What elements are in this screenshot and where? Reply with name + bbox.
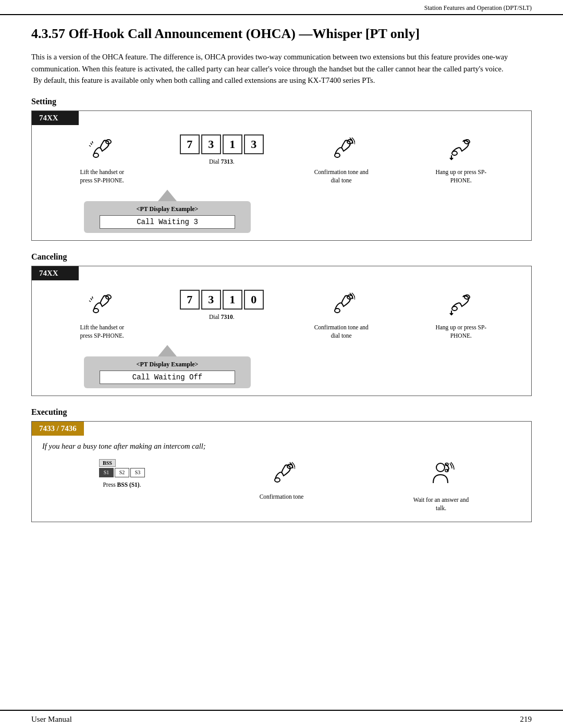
- svg-line-14: [89, 301, 91, 302]
- dial-key-3: 3: [201, 134, 221, 154]
- setting-header: 74XX: [32, 111, 79, 125]
- setting-steps: Lift the handset or press SP-PHONE. 7 3 …: [32, 125, 531, 190]
- bss-sub-buttons: S1 S2 S3: [99, 468, 145, 477]
- cancel-dial-3: 3: [201, 290, 221, 310]
- section-number: 4.3.57: [31, 26, 65, 41]
- canceling-pt-arrow: [158, 345, 177, 356]
- setting-pt-arrow: [158, 190, 177, 201]
- setting-step-4: Hang up or press SP-PHONE.: [401, 134, 521, 184]
- section-title: 4.3.57 Off-Hook Call Announcement (OHCA)…: [31, 26, 532, 42]
- setting-step-2: 7 3 1 3 Dial 7313.: [162, 134, 282, 166]
- canceling-pt-display: <PT Display Example> Call Waiting Off: [32, 345, 531, 396]
- canceling-pt-screen: Call Waiting Off: [100, 371, 235, 384]
- cancel-dial-1: 1: [223, 290, 242, 310]
- executing-steps: BSS S1 S2 S3 Press BSS (S1).: [32, 455, 531, 522]
- svg-point-22: [436, 463, 445, 472]
- hangup-icon-cancel: [447, 290, 474, 320]
- dial-key-3b: 3: [244, 134, 264, 154]
- page-container: Station Features and Operation (DPT/SLT)…: [0, 0, 563, 728]
- setting-pt-label: <PT Display Example>: [100, 205, 235, 213]
- canceling-dial-keys: 7 3 1 0: [180, 290, 264, 310]
- handset-lift-icon-cancel: [89, 290, 116, 320]
- setting-pt-display: <PT Display Example> Call Waiting 3: [32, 190, 531, 240]
- top-label: Station Features and Operation (DPT/SLT): [424, 4, 532, 11]
- setting-step-2-label: Dial 7313.: [209, 157, 235, 166]
- svg-point-0: [93, 153, 99, 157]
- executing-step-1-label: Press BSS (S1).: [103, 480, 141, 489]
- canceling-step-1: Lift the handset or press SP-PHONE.: [42, 290, 162, 340]
- canceling-steps: Lift the handset or press SP-PHONE. 7 3 …: [32, 280, 531, 345]
- canceling-step-3-label: Confirmation tone and dial tone: [313, 323, 370, 340]
- phone-ring-icon-cancel: [328, 290, 355, 320]
- svg-line-4: [89, 145, 91, 146]
- canceling-pt-bubble: <PT Display Example> Call Waiting Off: [84, 356, 251, 388]
- phone-ring-icon-setting: [328, 134, 355, 165]
- intro-text: This is a version of the OHCA feature. T…: [31, 51, 532, 86]
- svg-point-23: [445, 463, 448, 465]
- canceling-label: Canceling: [31, 252, 532, 262]
- person-talk-icon: [426, 459, 456, 492]
- handset-lift-icon: [89, 134, 116, 165]
- svg-line-2: [91, 143, 92, 145]
- svg-point-17: [452, 306, 457, 311]
- content-area: 4.3.57 Off-Hook Call Announcement (OHCA)…: [0, 15, 563, 710]
- canceling-header: 74XX: [32, 266, 79, 280]
- setting-pt-screen: Call Waiting 3: [100, 215, 235, 229]
- executing-label: Executing: [31, 408, 532, 417]
- hangup-icon-setting: [447, 134, 474, 165]
- setting-step-1-label: Lift the handset or press SP-PHONE.: [74, 168, 131, 184]
- svg-line-12: [91, 298, 92, 300]
- cancel-dial-0: 0: [244, 290, 264, 310]
- canceling-box: 74XX Lift the handset or p: [31, 266, 532, 396]
- executing-header: 7433 / 7436: [32, 422, 84, 436]
- bss-button-group: BSS S1 S2 S3: [99, 459, 145, 477]
- svg-line-13: [92, 297, 93, 299]
- footer-right: 219: [520, 715, 532, 724]
- svg-point-15: [335, 309, 340, 313]
- canceling-step-2-label: Dial 7310.: [209, 313, 235, 321]
- top-bar: Station Features and Operation (DPT/SLT): [0, 0, 563, 15]
- setting-step-3-label: Confirmation tone and dial tone: [313, 168, 370, 184]
- setting-pt-bubble: <PT Display Example> Call Waiting 3: [84, 201, 251, 233]
- executing-box: 7433 / 7436 If you hear a busy tone afte…: [31, 421, 532, 522]
- canceling-step-3: Confirmation tone and dial tone: [282, 290, 401, 340]
- setting-step-3: Confirmation tone and dial tone: [282, 134, 401, 184]
- canceling-step-4-label: Hang up or press SP-PHONE.: [432, 323, 489, 340]
- footer-bar: User Manual 219: [0, 710, 563, 728]
- setting-dial-keys: 7 3 1 3: [180, 134, 264, 154]
- executing-step-3: Wait for an answer and talk.: [361, 459, 521, 512]
- executing-step-2-label: Confirmation tone: [260, 492, 304, 501]
- footer-left: User Manual: [31, 715, 72, 724]
- svg-point-7: [452, 151, 457, 155]
- dial-key-7: 7: [180, 134, 200, 154]
- svg-point-10: [93, 309, 99, 313]
- bss-s3-button[interactable]: S3: [130, 468, 145, 477]
- svg-point-20: [275, 478, 280, 482]
- executing-step-1: BSS S1 S2 S3 Press BSS (S1).: [42, 459, 202, 489]
- executing-step-3-label: Wait for an answer and talk.: [412, 496, 470, 512]
- section-heading: Off-Hook Call Announcement (OHCA) —Whisp…: [69, 26, 420, 41]
- phone-ring-icon-exec: [268, 459, 295, 489]
- bss-s1-button[interactable]: S1: [99, 468, 114, 477]
- canceling-step-2: 7 3 1 0 Dial 7310.: [162, 290, 282, 321]
- svg-line-3: [92, 141, 93, 143]
- setting-label: Setting: [31, 97, 532, 106]
- setting-step-4-label: Hang up or press SP-PHONE.: [432, 168, 489, 184]
- setting-step-1: Lift the handset or press SP-PHONE.: [42, 134, 162, 184]
- executing-step-2: Confirmation tone: [202, 459, 361, 501]
- svg-point-5: [335, 153, 340, 157]
- canceling-step-1-label: Lift the handset or press SP-PHONE.: [74, 323, 131, 340]
- dial-key-1: 1: [223, 134, 242, 154]
- bss-s2-button[interactable]: S2: [115, 468, 129, 477]
- cancel-dial-7: 7: [180, 290, 200, 310]
- executing-italic: If you hear a busy tone after making an …: [32, 436, 531, 455]
- canceling-pt-label: <PT Display Example>: [100, 361, 235, 368]
- bss-label: BSS: [99, 459, 116, 467]
- canceling-step-4: Hang up or press SP-PHONE.: [401, 290, 521, 340]
- setting-box: 74XX: [31, 110, 532, 241]
